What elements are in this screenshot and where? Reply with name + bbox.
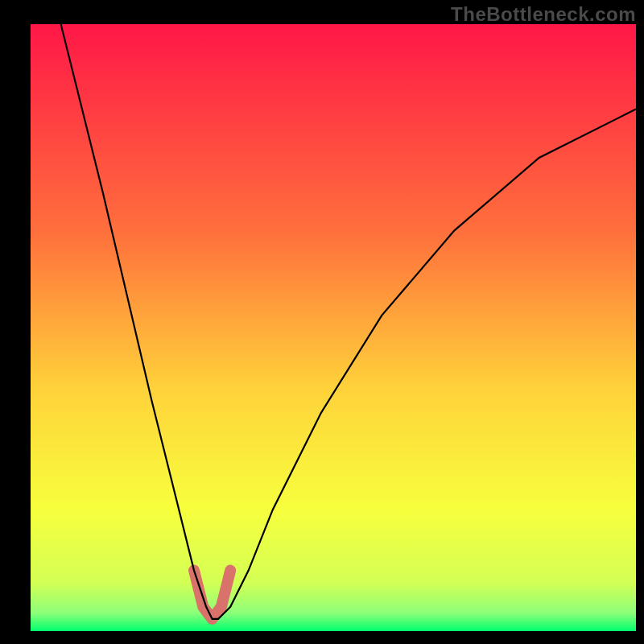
chart-stage: TheBottleneck.com — [0, 0, 644, 644]
watermark-text: TheBottleneck.com — [451, 3, 636, 26]
plot-background — [31, 24, 636, 631]
plot-svg — [0, 0, 644, 644]
